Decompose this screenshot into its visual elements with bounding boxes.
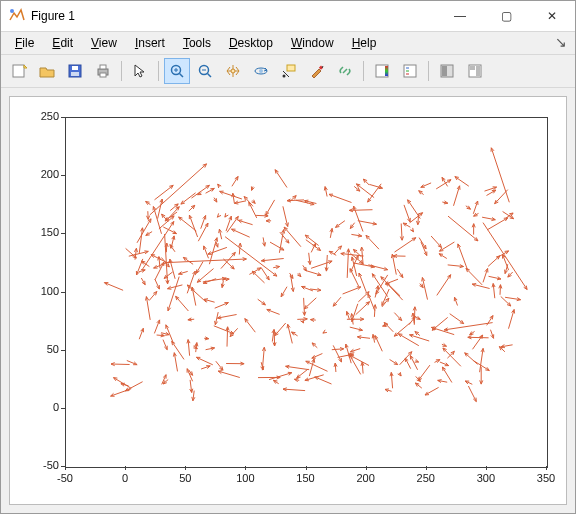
svg-rect-3 — [72, 66, 78, 70]
y-tick-label: 50 — [29, 343, 59, 355]
menubar-extra-icon[interactable]: ↘ — [555, 34, 567, 50]
hide-plottools-button[interactable] — [434, 58, 460, 84]
menu-file-rest: ile — [22, 36, 34, 50]
svg-rect-1 — [13, 65, 24, 77]
pointer-button[interactable] — [127, 58, 153, 84]
x-tick-label: 250 — [417, 472, 435, 484]
x-tick-label: 150 — [296, 472, 314, 484]
toolbar-sep — [158, 61, 159, 81]
quiver-plot — [66, 118, 547, 467]
toolbar — [1, 55, 575, 88]
svg-line-9 — [180, 74, 184, 78]
open-button[interactable] — [34, 58, 60, 84]
minimize-button[interactable]: — — [437, 1, 483, 31]
colorbar-button[interactable] — [369, 58, 395, 84]
zoom-out-button[interactable] — [192, 58, 218, 84]
plot-area: -50050100150200250-500501001502002503003… — [1, 88, 575, 513]
titlebar: Figure 1 — ▢ ✕ — [1, 1, 575, 32]
figure-canvas[interactable]: -50050100150200250-500501001502002503003… — [9, 96, 567, 505]
figure-window: Figure 1 — ▢ ✕ File Edit View Insert Too… — [0, 0, 576, 514]
x-tick-label: 300 — [477, 472, 495, 484]
axes-box[interactable] — [65, 117, 548, 468]
svg-point-17 — [259, 69, 263, 73]
link-button[interactable] — [332, 58, 358, 84]
svg-rect-24 — [404, 65, 416, 77]
y-tick-label: 250 — [29, 110, 59, 122]
x-tick-label: 200 — [356, 472, 374, 484]
y-tick-label: 150 — [29, 226, 59, 238]
svg-rect-23 — [385, 66, 388, 76]
pan-button[interactable] — [220, 58, 246, 84]
x-tick-label: 50 — [179, 472, 191, 484]
toolbar-sep — [121, 61, 122, 81]
new-figure-button[interactable] — [6, 58, 32, 84]
menu-view[interactable]: View — [83, 34, 125, 52]
print-button[interactable] — [90, 58, 116, 84]
svg-point-20 — [283, 75, 286, 78]
svg-rect-31 — [476, 66, 480, 76]
zoom-in-button[interactable] — [164, 58, 190, 84]
svg-point-0 — [10, 9, 14, 13]
x-tick-label: -50 — [57, 472, 73, 484]
svg-rect-29 — [442, 66, 447, 76]
y-tick-label: 100 — [29, 285, 59, 297]
svg-rect-32 — [470, 66, 475, 70]
rotate3d-button[interactable] — [248, 58, 274, 84]
data-cursor-button[interactable] — [276, 58, 302, 84]
svg-rect-4 — [71, 72, 79, 76]
save-button[interactable] — [62, 58, 88, 84]
menu-edit[interactable]: Edit — [44, 34, 81, 52]
svg-rect-6 — [100, 65, 106, 69]
brush-button[interactable] — [304, 58, 330, 84]
menubar: File Edit View Insert Tools Desktop Wind… — [1, 32, 575, 55]
menu-tools[interactable]: Tools — [175, 34, 219, 52]
x-tick-label: 350 — [537, 472, 555, 484]
toolbar-sep — [363, 61, 364, 81]
toolbar-sep — [428, 61, 429, 81]
x-tick-label: 0 — [122, 472, 128, 484]
svg-rect-18 — [287, 65, 295, 71]
close-button[interactable]: ✕ — [529, 1, 575, 31]
x-tick-label: 100 — [236, 472, 254, 484]
matlab-figure-icon — [9, 8, 25, 24]
y-tick-label: 0 — [29, 401, 59, 413]
svg-line-13 — [208, 74, 212, 78]
menu-insert[interactable]: Insert — [127, 34, 173, 52]
menu-window[interactable]: Window — [283, 34, 342, 52]
svg-rect-7 — [100, 73, 106, 77]
window-title: Figure 1 — [31, 9, 75, 23]
y-tick-label: 200 — [29, 168, 59, 180]
menu-help[interactable]: Help — [344, 34, 385, 52]
menu-desktop[interactable]: Desktop — [221, 34, 281, 52]
svg-point-15 — [231, 69, 235, 73]
menu-file[interactable]: File — [7, 34, 42, 52]
legend-button[interactable] — [397, 58, 423, 84]
show-plottools-button[interactable] — [462, 58, 488, 84]
y-tick-label: -50 — [29, 459, 59, 471]
maximize-button[interactable]: ▢ — [483, 1, 529, 31]
